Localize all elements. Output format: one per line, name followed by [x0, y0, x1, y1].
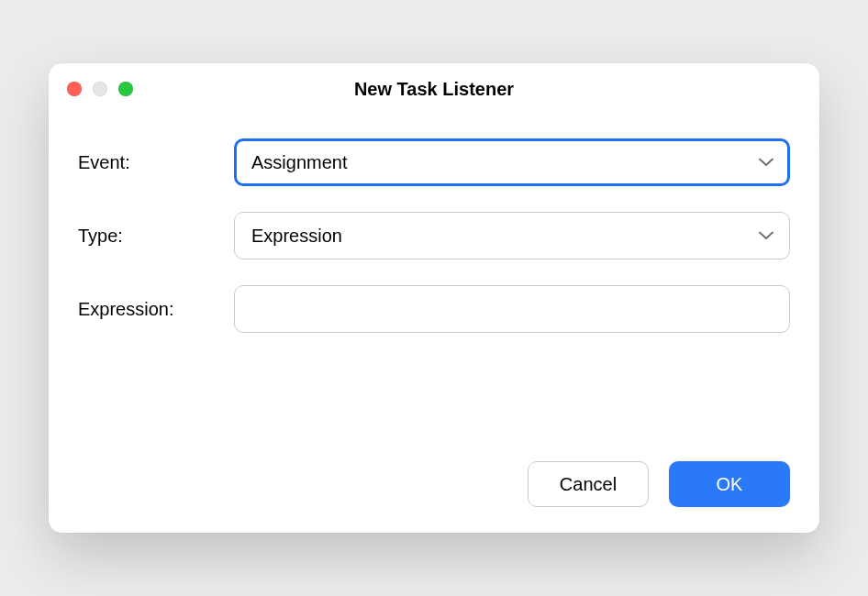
type-field-wrap: Expression — [234, 212, 790, 259]
event-field-wrap: Assignment — [234, 138, 790, 186]
event-label: Event: — [78, 152, 234, 173]
ok-button-label: OK — [717, 474, 743, 495]
type-select[interactable]: Expression — [234, 212, 790, 259]
type-row: Type: Expression — [78, 212, 790, 259]
expression-input[interactable] — [234, 285, 790, 333]
cancel-button[interactable]: Cancel — [528, 461, 649, 507]
type-label: Type: — [78, 226, 234, 247]
close-window-button[interactable] — [67, 82, 82, 96]
expression-label: Expression: — [78, 299, 234, 320]
ok-button[interactable]: OK — [669, 461, 790, 507]
dialog-footer: Cancel OK — [49, 359, 819, 533]
expression-field-wrap — [234, 285, 790, 333]
dialog-content: Event: Assignment Type: Expression — [49, 115, 819, 333]
minimize-window-button[interactable] — [93, 82, 107, 96]
window-controls — [67, 82, 133, 96]
event-select-value: Assignment — [251, 152, 348, 173]
cancel-button-label: Cancel — [560, 474, 617, 495]
dialog-window: New Task Listener Event: Assignment Type… — [49, 63, 819, 533]
titlebar: New Task Listener — [49, 63, 819, 115]
zoom-window-button[interactable] — [118, 82, 133, 96]
event-select[interactable]: Assignment — [234, 138, 790, 186]
event-row: Event: Assignment — [78, 138, 790, 186]
dialog-title: New Task Listener — [354, 79, 514, 100]
expression-row: Expression: — [78, 285, 790, 333]
type-select-value: Expression — [251, 226, 342, 247]
